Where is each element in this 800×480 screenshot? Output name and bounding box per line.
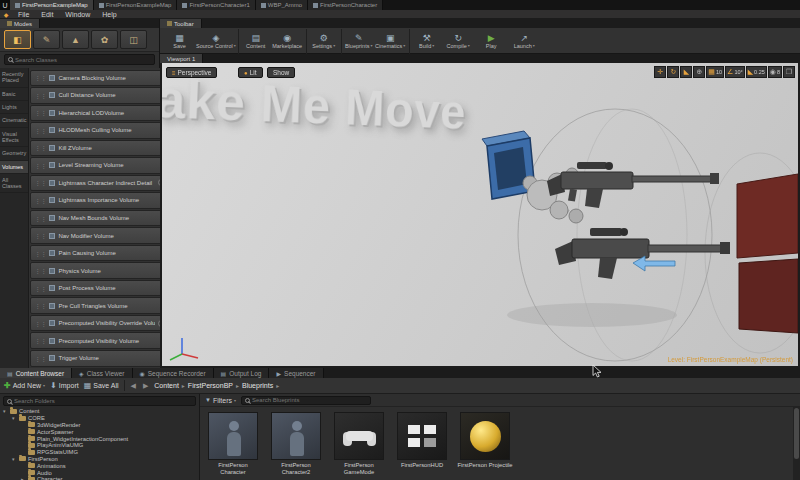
volume-item[interactable]: ⋮⋮ Cull Distance Volume bbox=[30, 87, 169, 104]
volume-item[interactable]: ⋮⋮ Hierarchical LODVolume bbox=[30, 105, 169, 122]
asset-tile[interactable]: FirstPerson GameMode bbox=[331, 412, 387, 476]
breadcrumb-segment[interactable]: Blueprints bbox=[242, 382, 282, 389]
lit-mode-button[interactable]: ● Lit bbox=[238, 67, 263, 78]
bottom-tab[interactable]: ▤ Output Log bbox=[214, 368, 270, 378]
toolbar-button[interactable]: ⚙ Settings ▾ bbox=[306, 29, 339, 54]
viewport-tool-button[interactable]: ⊕ bbox=[693, 66, 705, 78]
asset-tile[interactable]: FirstPersonHUD bbox=[394, 412, 450, 476]
placement-category[interactable]: Visual Effects bbox=[0, 128, 28, 148]
viewport-tool-button[interactable]: ◉ 8 bbox=[768, 66, 782, 78]
placement-category[interactable]: Cinematic bbox=[0, 114, 28, 127]
volume-item[interactable]: ⋮⋮ Nav Modifier Volume bbox=[30, 227, 169, 244]
folder-tree-item[interactable]: ActorSpawner bbox=[3, 428, 196, 435]
viewport-tool-button[interactable]: ✛ bbox=[654, 66, 666, 78]
assets-scrollbar[interactable] bbox=[793, 407, 800, 480]
window-tab[interactable]: FirstPersonExampleMap bbox=[10, 0, 94, 10]
placement-category[interactable]: Basic bbox=[0, 88, 28, 101]
asset-tile[interactable]: FirstPerson Character2 bbox=[268, 412, 324, 476]
volume-item[interactable]: ⋮⋮ Physics Volume bbox=[30, 262, 169, 279]
forward-button[interactable]: ▶ bbox=[142, 382, 149, 390]
folders-search-input[interactable] bbox=[14, 398, 192, 404]
folder-tree-item[interactable]: Audio bbox=[3, 469, 196, 476]
folder-tree-item[interactable]: ▾ FirstPerson bbox=[3, 456, 196, 463]
placement-category[interactable]: Geometry bbox=[0, 147, 28, 160]
volume-item[interactable]: ⋮⋮ Precomputed Visibility Volume bbox=[30, 332, 169, 349]
toolbar-button[interactable]: ⚒ Build ▾ bbox=[409, 29, 442, 54]
breadcrumb-segment[interactable]: Content bbox=[154, 382, 188, 389]
save-all-button[interactable]: ▦ Save All bbox=[84, 381, 119, 390]
asset-tile[interactable]: FirstPerson Character bbox=[205, 412, 261, 476]
volume-item[interactable]: ⋮⋮ Precomputed Visibility Override Volu … bbox=[30, 315, 169, 332]
volume-item[interactable]: ⋮⋮ Level Streaming Volume bbox=[30, 157, 169, 174]
toolbar-button[interactable]: ↗ Launch ▾ bbox=[508, 29, 541, 54]
viewport-tool-button[interactable]: ❐ bbox=[783, 66, 795, 78]
window-tab[interactable]: FirstPersonCharacter bbox=[308, 0, 383, 10]
mode-button[interactable]: ✎ bbox=[33, 30, 60, 49]
folder-tree-item[interactable]: ▾ Content bbox=[3, 408, 196, 415]
volume-item[interactable]: ⋮⋮ Camera Blocking Volume bbox=[30, 70, 169, 87]
volume-item[interactable]: ⋮⋮ Lightmass Character Indirect Detail ? bbox=[30, 175, 169, 192]
toolbar-button[interactable]: ▶ Play bbox=[475, 29, 508, 54]
bottom-tab[interactable]: ▤ Content Browser bbox=[0, 368, 72, 378]
volume-item[interactable]: ⋮⋮ Kill ZVolume bbox=[30, 140, 169, 157]
folder-tree-item[interactable]: ▸ Character bbox=[3, 476, 196, 480]
tab-viewport-1[interactable]: Viewport 1 bbox=[160, 54, 203, 63]
toolbar-button[interactable]: ◉ Marketplace bbox=[271, 29, 304, 54]
folder-tree-item[interactable]: RPGStatsUIMG bbox=[3, 449, 196, 456]
asset-search-input[interactable] bbox=[252, 397, 367, 403]
volume-item[interactable]: ⋮⋮ Post Process Volume bbox=[30, 280, 169, 297]
toolbar-button[interactable]: ✎ Blueprints ▾ bbox=[341, 29, 374, 54]
mode-button[interactable]: ▲ bbox=[62, 30, 89, 49]
viewport-3d-view[interactable]: ake Me Move bbox=[162, 63, 798, 366]
menu-item[interactable]: Edit bbox=[35, 11, 59, 18]
modes-search-input[interactable] bbox=[15, 57, 151, 63]
expander-icon[interactable]: ▾ bbox=[12, 456, 17, 462]
folder-tree-item[interactable]: Plain_WidgetInteractionComponent bbox=[3, 435, 196, 442]
mode-button[interactable]: ◫ bbox=[120, 30, 147, 49]
folder-tree-item[interactable]: PlayAnimViaUMG bbox=[3, 442, 196, 449]
viewport-options-button[interactable]: ≡ Perspective bbox=[166, 67, 217, 78]
tab-modes[interactable]: Modes bbox=[0, 19, 40, 28]
placement-category[interactable]: Volumes bbox=[0, 161, 28, 174]
menu-item[interactable]: Window bbox=[59, 11, 96, 18]
folder-tree-item[interactable]: 3dWidgetRender bbox=[3, 422, 196, 429]
toolbar-button[interactable]: ◈ Source Control ▾ bbox=[196, 29, 236, 54]
menu-item[interactable]: Help bbox=[96, 11, 122, 18]
viewport-tool-button[interactable]: ◣ bbox=[680, 66, 692, 78]
add-new-button[interactable]: ✚ Add New ▾ bbox=[4, 381, 45, 390]
toolbar-button[interactable]: ▦ Save bbox=[163, 29, 196, 54]
menu-item[interactable]: File bbox=[12, 11, 35, 18]
volume-item[interactable]: ⋮⋮ HLODMesh Culling Volume bbox=[30, 122, 169, 139]
expander-icon[interactable]: ▸ bbox=[21, 476, 26, 480]
folder-tree-item[interactable]: ▾ CORE bbox=[3, 415, 196, 422]
volume-item[interactable]: ⋮⋮ Pain Causing Volume bbox=[30, 245, 169, 262]
toolbar-button[interactable]: ↻ Compile ▾ bbox=[442, 29, 475, 54]
viewport-tool-button[interactable]: ▦ 10 bbox=[706, 66, 724, 78]
expander-icon[interactable]: ▾ bbox=[12, 415, 17, 421]
breadcrumb-segment[interactable]: FirstPersonBP bbox=[188, 382, 242, 389]
filters-button[interactable]: ▼ Filters ▾ bbox=[205, 397, 236, 404]
volume-item[interactable]: ⋮⋮ Nav Mesh Bounds Volume bbox=[30, 210, 169, 227]
asset-tile[interactable]: FirstPerson Projectile bbox=[457, 412, 513, 476]
viewport-tool-button[interactable]: ↻ bbox=[667, 66, 679, 78]
placement-category[interactable]: Recently Placed bbox=[0, 68, 28, 88]
bottom-tab[interactable]: ▶ Sequencer bbox=[269, 368, 323, 378]
mode-button[interactable]: ✿ bbox=[91, 30, 118, 49]
back-button[interactable]: ◀ bbox=[130, 382, 137, 390]
mode-button[interactable]: ◧ bbox=[4, 30, 31, 49]
import-button[interactable]: ⬇ Import bbox=[50, 381, 79, 390]
volume-item[interactable]: ⋮⋮ Pre Cull Triangles Volume bbox=[30, 297, 169, 314]
folder-tree-item[interactable]: Animations bbox=[3, 462, 196, 469]
bottom-tab[interactable]: ◈ Class Viewer bbox=[72, 368, 132, 378]
viewport-tool-button[interactable]: ◣ 0.25 bbox=[746, 66, 767, 78]
placement-category[interactable]: All Classes bbox=[0, 174, 28, 194]
toolbar-button[interactable]: ▣ Cinematics ▾ bbox=[374, 29, 407, 54]
toolbar-button[interactable]: ▤ Content bbox=[238, 29, 271, 54]
volume-item[interactable]: ⋮⋮ Lightmass Importance Volume bbox=[30, 192, 169, 209]
bottom-tab[interactable]: ◉ Sequence Recorder bbox=[133, 368, 214, 378]
viewport-tool-button[interactable]: ∠ 10° bbox=[725, 66, 745, 78]
window-tab[interactable]: WBP_Ammo bbox=[256, 0, 308, 10]
placement-category[interactable]: Lights bbox=[0, 101, 28, 114]
show-flags-button[interactable]: Show bbox=[267, 67, 295, 78]
window-tab[interactable]: FirstPersonCharacter1 bbox=[177, 0, 255, 10]
